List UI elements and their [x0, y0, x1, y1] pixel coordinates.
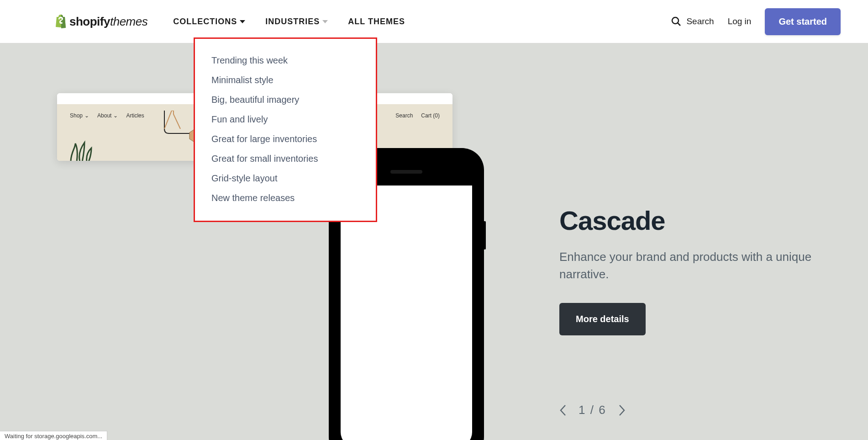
plant-icon — [68, 139, 96, 161]
dropdown-item-grid[interactable]: Grid-style layout — [211, 169, 359, 188]
logo[interactable]: shopifythemes — [55, 14, 147, 29]
pager-prev-button[interactable] — [559, 404, 567, 416]
more-details-button[interactable]: More details — [559, 303, 646, 335]
dropdown-item-trending[interactable]: Trending this week — [211, 51, 359, 70]
phone-side-button-icon — [484, 221, 486, 249]
dropdown-item-small-inv[interactable]: Great for small inventories — [211, 149, 359, 169]
pager-counter: 1 / 6 — [579, 403, 606, 417]
dropdown-item-new-releases[interactable]: New theme releases — [211, 188, 359, 208]
nav-collections[interactable]: COLLECTIONS — [173, 17, 245, 27]
theme-preview-right-nav: Search Cart (0) — [395, 112, 440, 119]
hero-subtitle: Enhance your brand and products with a u… — [559, 249, 813, 283]
hero-title: Cascade — [559, 205, 813, 236]
nav-industries-label: INDUSTRIES — [265, 17, 320, 27]
nav-all-themes-label: ALL THEMES — [348, 17, 405, 27]
login-link[interactable]: Log in — [728, 16, 752, 27]
search-label: Search — [686, 16, 714, 27]
hero-section: Shop ⌄ About ⌄ Articles Search Cart (0) … — [0, 43, 868, 440]
site-header: shopifythemes COLLECTIONS INDUSTRIES ALL… — [0, 0, 868, 43]
phone-speaker-icon — [390, 170, 422, 174]
shopify-bag-icon — [55, 14, 68, 29]
pager-next-button[interactable] — [618, 404, 626, 416]
search-icon — [671, 16, 682, 27]
svg-line-1 — [678, 23, 680, 26]
chevron-left-icon — [559, 404, 567, 416]
chevron-right-icon — [618, 404, 626, 416]
dropdown-item-minimalist[interactable]: Minimalist style — [211, 70, 359, 90]
nav-all-themes[interactable]: ALL THEMES — [348, 17, 405, 27]
caret-down-icon — [322, 20, 328, 23]
nav-collections-label: COLLECTIONS — [173, 17, 237, 27]
logo-text: shopifythemes — [69, 15, 147, 29]
theme-nav-about: About ⌄ — [97, 112, 118, 119]
svg-point-0 — [672, 17, 679, 24]
theme-nav-cart: Cart (0) — [421, 112, 440, 119]
dropdown-item-large-inv[interactable]: Great for large inventories — [211, 129, 359, 149]
chevron-down-icon: ⌄ — [84, 112, 89, 119]
main-nav: COLLECTIONS INDUSTRIES ALL THEMES — [173, 17, 405, 27]
theme-nav-shop: Shop ⌄ — [70, 112, 89, 119]
browser-status-bar: Waiting for storage.googleapis.com... — [0, 431, 107, 440]
dropdown-item-fun[interactable]: Fun and lively — [211, 110, 359, 129]
chevron-down-icon: ⌄ — [113, 112, 118, 119]
theme-nav-articles: Articles — [126, 112, 144, 119]
theme-preview-left-nav: Shop ⌄ About ⌄ Articles — [70, 112, 144, 119]
dropdown-item-imagery[interactable]: Big, beautiful imagery — [211, 90, 359, 110]
search-button[interactable]: Search — [671, 16, 714, 27]
caret-down-icon — [240, 20, 245, 23]
collections-dropdown: Trending this week Minimalist style Big,… — [194, 37, 377, 222]
hero-text: Cascade Enhance your brand and products … — [559, 205, 813, 335]
carousel-pager: 1 / 6 — [559, 403, 626, 417]
nav-industries[interactable]: INDUSTRIES — [265, 17, 328, 27]
theme-nav-search: Search — [395, 112, 413, 119]
get-started-button[interactable]: Get started — [765, 8, 841, 35]
header-right: Search Log in Get started — [671, 8, 841, 35]
